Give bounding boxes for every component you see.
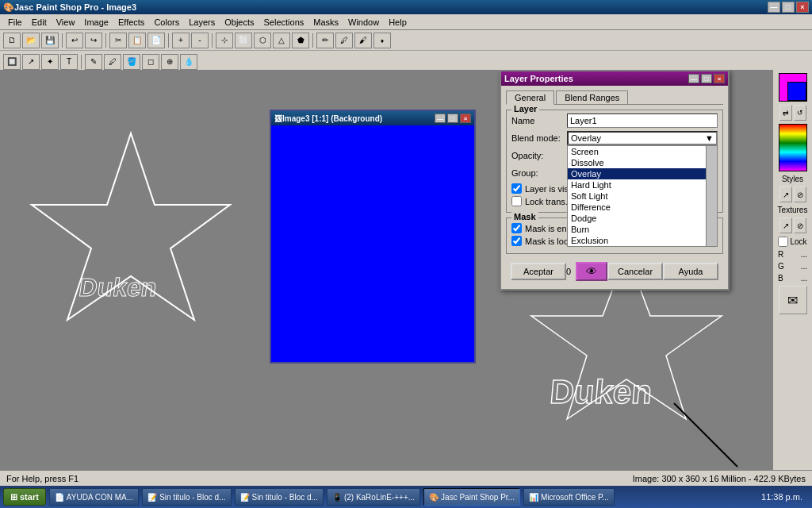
menu-view[interactable]: View bbox=[52, 16, 80, 29]
blend-option-burn[interactable]: Burn bbox=[568, 224, 717, 235]
menu-window[interactable]: Window bbox=[343, 16, 384, 29]
blend-option-dissolve[interactable]: Dissolve bbox=[568, 157, 717, 168]
fill-button[interactable]: 🪣 bbox=[123, 54, 140, 70]
foreground-color-box[interactable] bbox=[779, 73, 807, 102]
blend-mode-dropdown[interactable]: Overlay ▼ Screen Dissolve Overlay Hard L… bbox=[567, 131, 718, 145]
undo-button[interactable]: ↩ bbox=[66, 33, 83, 48]
cancel-button[interactable]: Cancelar bbox=[607, 263, 663, 280]
taskbar-btn-3[interactable]: 📱 (2) KaRoLinE-+++... bbox=[327, 488, 420, 506]
blend-option-overlay[interactable]: Overlay bbox=[568, 168, 717, 179]
taskbar-label-4: Jasc Paint Shop Pr... bbox=[441, 493, 515, 502]
lock-row: Lock bbox=[778, 237, 806, 247]
separator bbox=[62, 33, 63, 48]
image3-minimize[interactable]: — bbox=[435, 114, 446, 123]
redo-button[interactable]: ↪ bbox=[85, 33, 102, 48]
eye-button[interactable]: 👁 bbox=[576, 262, 607, 281]
cut-button[interactable]: ✂ bbox=[109, 33, 127, 48]
new-button[interactable]: 🗋 bbox=[3, 33, 21, 48]
layer-props-minimize[interactable]: — bbox=[688, 74, 699, 83]
blend-option-hard-light[interactable]: Hard Light bbox=[568, 179, 717, 190]
layer-props-close[interactable]: × bbox=[714, 74, 725, 83]
tab-blend-ranges[interactable]: Blend Ranges bbox=[556, 90, 628, 104]
color-gradient[interactable] bbox=[779, 124, 807, 171]
copy-button[interactable]: 📋 bbox=[128, 33, 146, 48]
menu-help[interactable]: Help bbox=[384, 16, 412, 29]
text-button[interactable]: T bbox=[60, 54, 78, 70]
save-button[interactable]: 💾 bbox=[41, 33, 59, 48]
start-button[interactable]: ⊞ start bbox=[3, 488, 46, 506]
layer-props-maximize[interactable]: □ bbox=[701, 74, 712, 83]
tool8[interactable]: 🖌 bbox=[354, 33, 372, 48]
accept-button[interactable]: Aceptar bbox=[511, 263, 566, 280]
tool4[interactable]: △ bbox=[273, 33, 290, 48]
tool7[interactable]: 🖊 bbox=[335, 33, 353, 48]
menu-masks[interactable]: Masks bbox=[308, 16, 343, 29]
menu-layers[interactable]: Layers bbox=[184, 16, 220, 29]
swap-colors-button[interactable]: ⇄ bbox=[779, 105, 792, 121]
image3-maximize[interactable]: □ bbox=[447, 114, 458, 123]
tool2[interactable]: ⬜ bbox=[235, 33, 252, 48]
blend-option-difference[interactable]: Difference bbox=[568, 202, 717, 213]
g-label: G bbox=[778, 262, 784, 271]
help-button[interactable]: Ayuda bbox=[663, 263, 718, 280]
status-help-text: For Help, press F1 bbox=[6, 474, 633, 483]
magic-wand[interactable]: ✦ bbox=[41, 54, 59, 70]
taskbar-btn-2[interactable]: 📝 Sin titulo - Bloc d... bbox=[235, 488, 324, 506]
clone-button[interactable]: ⊕ bbox=[161, 54, 178, 70]
mask-locked-checkbox[interactable] bbox=[511, 236, 522, 246]
lasso-button[interactable]: 🔲 bbox=[3, 54, 21, 70]
name-label: Name bbox=[511, 116, 567, 125]
blend-option-screen[interactable]: Screen bbox=[568, 146, 717, 157]
menu-image[interactable]: Image bbox=[79, 16, 113, 29]
mask-enabled-checkbox[interactable] bbox=[511, 223, 522, 233]
image3-close[interactable]: × bbox=[460, 114, 471, 123]
maximize-button[interactable]: □ bbox=[782, 2, 795, 13]
menu-edit[interactable]: Edit bbox=[27, 16, 52, 29]
blend-scrollbar[interactable] bbox=[706, 146, 717, 246]
background-color-box[interactable] bbox=[787, 82, 806, 101]
close-button[interactable]: × bbox=[796, 2, 809, 13]
tool5[interactable]: ⬟ bbox=[292, 33, 309, 48]
tool9[interactable]: ⬧ bbox=[373, 33, 391, 48]
tool6[interactable]: ✏ bbox=[316, 33, 334, 48]
pencil-button[interactable]: ✎ bbox=[85, 54, 102, 70]
taskbar-btn-1[interactable]: 📝 Sin titulo - Bloc d... bbox=[142, 488, 231, 506]
texture-btn1[interactable]: ↗ bbox=[779, 217, 792, 233]
eraser-button[interactable]: ◻ bbox=[142, 54, 159, 70]
style-btn2[interactable]: ⊘ bbox=[794, 187, 806, 202]
blend-selected[interactable]: Overlay ▼ bbox=[567, 131, 718, 145]
paste-button[interactable]: 📄 bbox=[147, 33, 165, 48]
zoom-out[interactable]: - bbox=[191, 33, 209, 48]
lock-trans-checkbox[interactable] bbox=[511, 196, 522, 206]
minimize-button[interactable]: — bbox=[768, 2, 780, 13]
menu-selections[interactable]: Selections bbox=[259, 16, 309, 29]
brush-button[interactable]: 🖊 bbox=[104, 54, 121, 70]
layer-visible-checkbox[interactable] bbox=[511, 183, 522, 194]
tool1[interactable]: ⊹ bbox=[216, 33, 233, 48]
blend-option-dodge[interactable]: Dodge bbox=[568, 213, 717, 224]
zoom-in[interactable]: + bbox=[172, 33, 190, 48]
tool3[interactable]: ⬡ bbox=[254, 33, 271, 48]
menu-colors[interactable]: Colors bbox=[149, 16, 184, 29]
name-input[interactable] bbox=[567, 114, 718, 128]
taskbar-btn-4[interactable]: 🎨 Jasc Paint Shop Pr... bbox=[423, 488, 520, 506]
open-button[interactable]: 📂 bbox=[22, 33, 40, 48]
style-btn1[interactable]: ↗ bbox=[779, 187, 792, 202]
reset-colors-button[interactable]: ↺ bbox=[794, 105, 806, 121]
select-button[interactable]: ↗ bbox=[22, 54, 40, 70]
menu-objects[interactable]: Objects bbox=[220, 16, 259, 29]
taskbar-btn-5[interactable]: 📊 Microsoft Office P... bbox=[523, 488, 615, 506]
menu-file[interactable]: File bbox=[3, 16, 27, 29]
dropdown-arrow: ▼ bbox=[705, 133, 714, 143]
tab-general[interactable]: General bbox=[506, 90, 554, 105]
menu-effects[interactable]: Effects bbox=[113, 16, 149, 29]
texture-btn2[interactable]: ⊘ bbox=[794, 217, 806, 233]
dropper-button[interactable]: 💧 bbox=[180, 54, 197, 70]
blend-options-list[interactable]: Screen Dissolve Overlay Hard Light Soft … bbox=[567, 145, 718, 247]
envelope-button[interactable]: ✉ bbox=[779, 286, 807, 314]
taskbar-btn-0[interactable]: 📄 AYUDA CON MA... bbox=[49, 488, 139, 506]
blend-option-exclusion[interactable]: Exclusion bbox=[568, 235, 717, 246]
styles-label: Styles bbox=[782, 175, 803, 183]
lock-checkbox[interactable] bbox=[778, 237, 788, 247]
blend-option-soft-light[interactable]: Soft Light bbox=[568, 190, 717, 202]
